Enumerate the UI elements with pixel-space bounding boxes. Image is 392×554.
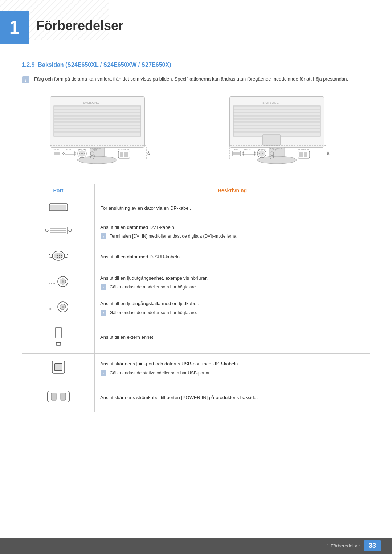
audio-in-note: i Gäller endast de modeller som har högt… xyxy=(100,309,364,316)
note-icon-dvi: i xyxy=(100,233,107,239)
table-row: Anslut skärmens strömkabel till porten [… xyxy=(22,383,370,412)
power-in-port-icon xyxy=(46,387,71,406)
svg-rect-65 xyxy=(124,152,128,157)
svg-point-39 xyxy=(74,153,76,155)
svg-point-116 xyxy=(262,155,263,155)
desc-cell-audio-in: Anslut till en ljudingångskälla med en l… xyxy=(95,295,370,321)
svg-text:i: i xyxy=(103,311,104,315)
svg-point-44 xyxy=(81,152,82,152)
svg-rect-64 xyxy=(120,152,123,157)
table-row: Anslut till en extern enhet. xyxy=(22,321,370,354)
svg-rect-177 xyxy=(61,393,66,400)
svg-text:POWER IN: POWER IN xyxy=(298,148,309,151)
svg-rect-167 xyxy=(56,327,61,338)
svg-rect-128 xyxy=(304,152,307,157)
svg-point-52 xyxy=(81,155,82,155)
desc-cell-rgb: Anslut till en dator med D-SUB-kabeln xyxy=(95,244,370,270)
svg-point-61 xyxy=(91,156,93,158)
table-header-port: Port xyxy=(22,184,95,197)
port-cell-power-in xyxy=(22,383,95,412)
svg-point-113 xyxy=(264,153,264,154)
chapter-number: 1 xyxy=(9,16,20,38)
svg-text:i: i xyxy=(103,371,104,375)
table-row: Anslut skärmens [ ■ ]-port och datorns U… xyxy=(22,354,370,383)
svg-text:IN: IN xyxy=(49,307,52,311)
svg-text:DVI IN: DVI IN xyxy=(244,148,251,151)
port-table: Port Beskrivning För anslutning av en da… xyxy=(22,184,370,412)
monitor-svg-right: SAMSUNG xyxy=(215,93,357,173)
desc-cell-usb: Anslut skärmens [ ■ ]-port och datorns U… xyxy=(95,354,370,383)
svg-point-158 xyxy=(62,280,64,283)
power-connector-icon xyxy=(51,325,66,347)
svg-point-144 xyxy=(57,254,58,254)
svg-point-106 xyxy=(259,152,260,152)
svg-point-164 xyxy=(62,306,64,308)
svg-rect-175 xyxy=(48,391,69,402)
chapter-title: Förberedelser xyxy=(36,18,123,33)
svg-point-117 xyxy=(264,155,264,155)
table-row: OUT Anslut till en ljudutgångsenhet, exe… xyxy=(22,270,370,295)
svg-text:OUT: OUT xyxy=(49,282,56,285)
port-cell-usb xyxy=(22,354,95,383)
note-text: Färg och form på delarna kan variera frå… xyxy=(34,75,348,83)
svg-point-146 xyxy=(61,254,61,254)
svg-point-131 xyxy=(45,229,48,232)
svg-text:i: i xyxy=(103,285,104,289)
footer-page-number: 33 xyxy=(364,540,381,551)
svg-rect-32 xyxy=(54,152,60,155)
chapter-number-block: 1 xyxy=(0,11,29,44)
desc-cell-audio-out: Anslut till en ljudutgångsenhet, exempel… xyxy=(95,270,370,295)
svg-text:DP IN: DP IN xyxy=(233,148,238,151)
desc-cell-power-in: Anslut skärmens strömkabel till porten [… xyxy=(95,383,370,412)
svg-point-53 xyxy=(82,155,83,155)
note-block: i Färg och form på delarna kan variera f… xyxy=(22,75,370,84)
svg-rect-127 xyxy=(299,152,303,157)
audio-out-note: i Gäller endast de modeller som har högt… xyxy=(100,284,364,290)
svg-point-49 xyxy=(82,153,83,154)
svg-point-145 xyxy=(59,254,60,254)
audio-out-icon: OUT xyxy=(48,274,69,289)
svg-rect-169 xyxy=(56,342,61,345)
svg-point-102 xyxy=(254,153,256,155)
svg-text:OUT: OUT xyxy=(273,149,277,151)
svg-point-149 xyxy=(59,255,60,256)
section-heading: 1.2.9 Baksidan (S24E650XL / S24E650XW / … xyxy=(22,62,370,68)
svg-point-111 xyxy=(261,153,261,154)
svg-point-150 xyxy=(61,255,61,256)
svg-point-48 xyxy=(81,153,82,154)
port-cell-rgb xyxy=(22,244,95,270)
svg-point-151 xyxy=(55,257,56,258)
svg-text:å: å xyxy=(327,151,330,155)
monitor-diagram-right: SAMSUNG xyxy=(201,93,370,173)
svg-point-148 xyxy=(57,255,58,256)
svg-point-51 xyxy=(79,155,80,155)
main-content: 1.2.9 Baksidan (S24E650XL / S24E650XW / … xyxy=(0,54,392,419)
svg-point-47 xyxy=(79,153,80,154)
svg-rect-172 xyxy=(55,364,62,370)
note-icon-audio-out: i xyxy=(100,284,107,290)
audio-in-icon: IN xyxy=(48,300,69,314)
table-row: IN Anslut till en ljudingångskälla med e… xyxy=(22,295,370,321)
desc-cell-power-conn: Anslut till en extern enhet. xyxy=(95,321,370,354)
svg-rect-95 xyxy=(233,152,240,155)
svg-point-107 xyxy=(261,152,261,152)
rgb-port-icon xyxy=(46,249,71,263)
svg-point-115 xyxy=(261,155,261,155)
dp-port-icon xyxy=(48,202,69,213)
svg-text:å: å xyxy=(147,151,150,155)
svg-text:i: i xyxy=(103,234,104,238)
svg-point-153 xyxy=(59,257,60,258)
svg-text:i: i xyxy=(25,77,26,83)
svg-point-114 xyxy=(259,155,260,155)
port-cell-dp xyxy=(22,197,95,219)
svg-point-152 xyxy=(57,257,58,258)
svg-rect-168 xyxy=(57,338,60,342)
svg-point-38 xyxy=(62,153,64,155)
svg-point-108 xyxy=(262,152,263,152)
table-row: Anslut till en dator med D-SUB-kabeln xyxy=(22,244,370,270)
monitor-diagrams: SAMSUNG xyxy=(22,93,370,173)
svg-point-154 xyxy=(61,257,61,258)
note-icon-audio-in: i xyxy=(100,309,107,316)
svg-rect-176 xyxy=(51,393,56,400)
usb-port-icon xyxy=(49,358,68,376)
